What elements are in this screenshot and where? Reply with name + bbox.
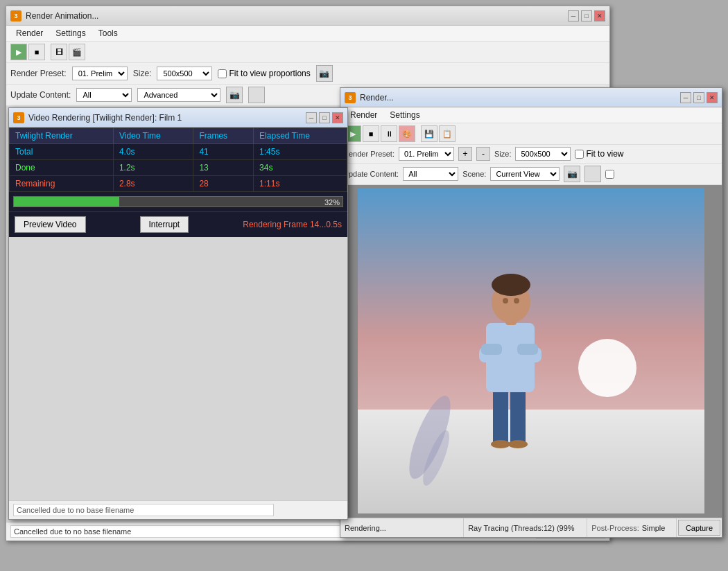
render-status-prefix: Rendering Frame 14... xyxy=(243,220,326,229)
menu-tools[interactable]: Tools xyxy=(93,27,123,39)
menu-render[interactable]: Render xyxy=(10,27,49,39)
zoom-out-icon[interactable]: - xyxy=(476,147,490,161)
menu-settings[interactable]: Settings xyxy=(384,109,425,121)
app-icon: 3 xyxy=(13,112,24,123)
video-blank-area xyxy=(9,237,347,500)
svg-point-17 xyxy=(514,298,519,304)
interrupt-button[interactable]: Interrupt xyxy=(140,216,189,233)
col-twilight: Twilight Render xyxy=(10,128,114,144)
maximize-button[interactable]: □ xyxy=(319,112,330,123)
zoom-in-icon[interactable]: + xyxy=(458,147,472,161)
table-row: Remaining 2.8s 28 1:11s xyxy=(10,176,347,192)
maximize-button[interactable]: □ xyxy=(581,10,592,21)
row-label: Done xyxy=(10,160,114,176)
svg-rect-11 xyxy=(481,344,502,355)
render-titlebar: 3 Render... ─ □ ✕ xyxy=(340,88,722,107)
minimize-button[interactable]: ─ xyxy=(680,92,691,103)
film2-button[interactable]: 🎬 xyxy=(69,44,85,60)
col-elapsed: Elapsed Time xyxy=(254,128,347,144)
col-video-time: Video Time xyxy=(113,128,193,144)
close-button[interactable]: ✕ xyxy=(594,10,605,21)
close-button[interactable]: ✕ xyxy=(707,92,718,103)
update-content-label: Update Content: xyxy=(10,90,71,100)
window-title: Video Rendering [Twilight Render]: Film … xyxy=(28,113,182,123)
render-menu-bar: Render Settings xyxy=(340,107,722,123)
camera-icon[interactable]: 📷 xyxy=(316,65,333,82)
svg-rect-12 xyxy=(517,344,538,355)
svg-point-15 xyxy=(492,274,530,296)
menu-bar: Render Settings Tools xyxy=(6,26,609,42)
svg-point-16 xyxy=(503,298,508,304)
scene-select[interactable]: Current View xyxy=(490,167,560,181)
fit-to-view-checkbox[interactable] xyxy=(575,150,584,159)
save-button[interactable]: 💾 xyxy=(421,125,437,142)
preview-video-button[interactable]: Preview Video xyxy=(15,216,86,233)
svg-point-2 xyxy=(578,339,636,397)
progress-bar: 32% xyxy=(13,196,343,207)
window-controls: ─ □ ✕ xyxy=(680,92,718,103)
camera2-icon[interactable]: 📷 xyxy=(226,87,243,103)
row-label: Total xyxy=(10,144,114,160)
row-elapsed: 1:11s xyxy=(254,176,347,192)
extra-checkbox[interactable] xyxy=(605,170,614,179)
fit-to-view-label: Fit to view proportions xyxy=(229,69,310,78)
menu-settings[interactable]: Settings xyxy=(50,27,91,39)
pause-button[interactable]: ⏸ xyxy=(381,125,397,142)
update-content-label: Update Content: xyxy=(343,170,399,178)
color-button[interactable]: 🎨 xyxy=(399,125,415,142)
render-toolbar: ▶ ■ ⏸ 🎨 💾 📋 xyxy=(340,123,722,145)
stop-button[interactable]: ■ xyxy=(363,125,379,142)
options-icon[interactable] xyxy=(584,166,601,182)
titlebar-left: 3 Render... xyxy=(345,92,394,103)
copy-button[interactable]: 📋 xyxy=(439,125,456,142)
close-button[interactable]: ✕ xyxy=(332,112,343,123)
table-header-row: Twilight Render Video Time Frames Elapse… xyxy=(10,128,347,144)
size-label: Size: xyxy=(494,150,511,158)
app-icon: 3 xyxy=(345,92,356,103)
extra-checkbox-label[interactable] xyxy=(605,170,614,179)
svg-point-7 xyxy=(491,440,510,448)
render-preset-select[interactable]: 01. Prelim xyxy=(399,147,454,161)
render-preset-select[interactable]: 01. Prelim xyxy=(72,67,128,80)
progress-fill xyxy=(14,197,119,207)
window-title: Render Animation... xyxy=(26,11,98,21)
update-content-select[interactable]: All xyxy=(76,88,132,102)
render-image xyxy=(358,188,704,513)
titlebar-left: 3 Render Animation... xyxy=(10,10,98,21)
rendering-status-segment: Rendering... xyxy=(340,518,464,537)
render-status-value: 0.5s xyxy=(326,220,342,229)
play-button[interactable]: ▶ xyxy=(10,44,27,60)
app-icon: 3 xyxy=(10,10,21,21)
stop-button[interactable]: ■ xyxy=(28,44,45,60)
update-content-select[interactable]: All xyxy=(403,167,458,181)
menu-render[interactable]: Render xyxy=(345,109,383,121)
table-row: Done 1.2s 13 34s xyxy=(10,160,347,176)
fit-to-view-checkbox-label[interactable]: Fit to view proportions xyxy=(218,69,310,78)
progress-percent: 32% xyxy=(324,197,340,208)
minimize-button[interactable]: ─ xyxy=(306,112,317,123)
size-select[interactable]: 500x500 xyxy=(515,147,571,161)
advanced-select[interactable]: Advanced xyxy=(137,88,220,102)
row-video-time: 1.2s xyxy=(113,160,193,176)
capture-button[interactable]: Capture xyxy=(678,520,720,536)
extra-icon[interactable] xyxy=(248,87,265,103)
size-select[interactable]: 500x500 xyxy=(157,67,212,80)
rendering-status-text: Rendering... xyxy=(345,524,386,532)
video-rendering-window: 3 Video Rendering [Twilight Render]: Fil… xyxy=(8,107,348,520)
window-controls: ─ □ ✕ xyxy=(306,112,343,123)
minimize-button[interactable]: ─ xyxy=(568,10,579,21)
fit-to-view-checkbox[interactable] xyxy=(218,69,227,78)
post-process-label: Post-Process: xyxy=(591,524,639,532)
maximize-button[interactable]: □ xyxy=(693,92,704,103)
film-button[interactable]: 🎞 xyxy=(51,44,67,60)
video-status-bar: Cancelled due to no base filename xyxy=(9,500,347,519)
render-window: 3 Render... ─ □ ✕ Render Settings ▶ ■ ⏸ … xyxy=(340,87,722,538)
row-elapsed: 34s xyxy=(254,160,347,176)
post-process-segment: Post-Process: Simple xyxy=(587,518,677,537)
fit-to-view-label[interactable]: Fit to view xyxy=(575,149,623,159)
camera-icon[interactable]: 📷 xyxy=(564,166,580,182)
render-options-row1: Render Preset: 01. Prelim + - Size: 500x… xyxy=(340,145,722,164)
options-bar-top: Render Preset: 01. Prelim Size: 500x500 … xyxy=(6,63,609,85)
ray-tracing-segment: Ray Tracing (Threads:12) (99% xyxy=(464,518,587,537)
row-elapsed: 1:45s xyxy=(254,144,347,160)
